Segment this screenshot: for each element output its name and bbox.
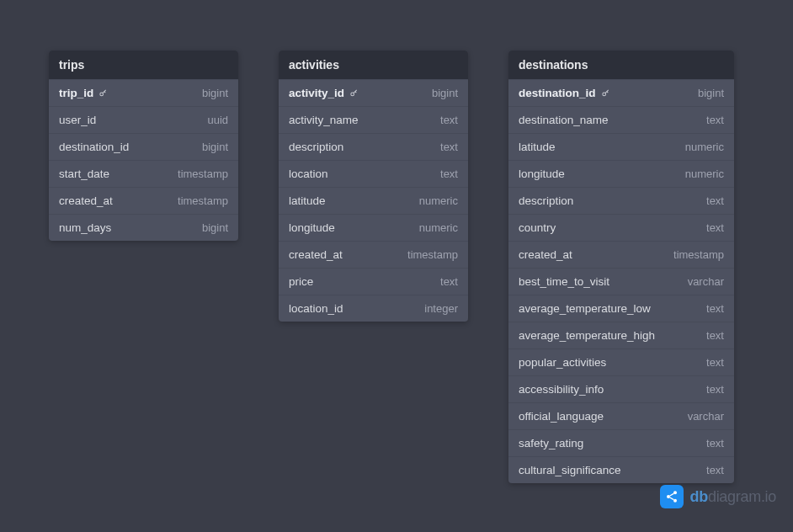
column-name: activity_name	[289, 114, 359, 126]
column-name: created_at	[59, 194, 113, 207]
column-type: text	[706, 302, 724, 315]
table-activities[interactable]: activitiesactivity_idbigintactivity_name…	[279, 51, 468, 322]
column-row[interactable]: descriptiontext	[508, 187, 734, 214]
column-row[interactable]: latitudenumeric	[279, 187, 468, 214]
column-row[interactable]: created_attimestamp	[279, 241, 468, 268]
column-row[interactable]: longitudenumeric	[508, 160, 734, 187]
column-name: user_id	[59, 114, 96, 126]
column-type: uuid	[207, 114, 228, 126]
column-name: destination_id	[519, 87, 610, 99]
column-type: text	[706, 437, 724, 450]
watermark-text: dbdiagram.io	[690, 488, 776, 506]
column-row[interactable]: latitudenumeric	[508, 133, 734, 160]
column-type: text	[440, 168, 458, 180]
watermark: dbdiagram.io	[660, 485, 776, 508]
column-row[interactable]: created_attimestamp	[49, 187, 238, 214]
column-type: bigint	[202, 141, 228, 153]
column-name: longitude	[289, 221, 335, 234]
column-name: created_at	[289, 248, 343, 261]
column-type: timestamp	[178, 194, 228, 207]
column-type: text	[706, 464, 724, 476]
column-type: numeric	[419, 221, 458, 234]
column-type: bigint	[432, 87, 458, 99]
column-type: timestamp	[673, 248, 724, 261]
column-name: destination_name	[519, 114, 609, 126]
column-row[interactable]: destination_nametext	[508, 106, 734, 133]
column-type: bigint	[202, 221, 228, 234]
column-type: text	[706, 194, 724, 207]
column-type: varchar	[688, 410, 724, 423]
column-name: country	[519, 221, 556, 234]
column-name: latitude	[519, 141, 556, 153]
column-type: bigint	[698, 87, 724, 99]
table-destinations[interactable]: destinationsdestination_idbigintdestinat…	[508, 51, 734, 483]
column-type: text	[440, 114, 458, 126]
column-name: accessibility_info	[519, 383, 604, 396]
column-row[interactable]: locationtext	[279, 160, 468, 187]
share-icon	[660, 485, 684, 508]
column-name: cultural_significance	[519, 464, 621, 476]
column-type: numeric	[685, 168, 724, 180]
column-name: start_date	[59, 168, 109, 180]
column-row[interactable]: user_iduuid	[49, 106, 238, 133]
column-type: integer	[424, 302, 458, 315]
column-name: price	[289, 275, 313, 288]
column-type: timestamp	[178, 168, 228, 180]
svg-point-0	[100, 93, 104, 96]
column-row[interactable]: destination_idbigint	[508, 79, 734, 106]
svg-point-3	[673, 491, 677, 494]
column-row[interactable]: popular_activitiestext	[508, 348, 734, 375]
column-row[interactable]: num_daysbigint	[49, 214, 238, 241]
column-row[interactable]: countrytext	[508, 214, 734, 241]
column-name: created_at	[519, 248, 572, 261]
column-row[interactable]: start_datetimestamp	[49, 160, 238, 187]
column-row[interactable]: trip_idbigint	[49, 79, 238, 106]
column-type: numeric	[685, 141, 724, 153]
column-name: location_id	[289, 302, 343, 315]
column-name: trip_id	[59, 87, 108, 99]
column-row[interactable]: accessibility_infotext	[508, 375, 734, 402]
column-row[interactable]: destination_idbigint	[49, 133, 238, 160]
column-name: popular_activities	[519, 356, 606, 369]
column-name: destination_id	[59, 141, 129, 153]
column-row[interactable]: descriptiontext	[279, 133, 468, 160]
table-trips[interactable]: tripstrip_idbigintuser_iduuiddestination…	[49, 51, 238, 241]
column-type: text	[706, 383, 724, 396]
column-type: bigint	[202, 87, 228, 99]
svg-point-4	[667, 495, 670, 498]
column-type: numeric	[419, 194, 458, 207]
table-title[interactable]: activities	[279, 51, 468, 79]
column-type: text	[706, 114, 724, 126]
column-name: description	[289, 141, 343, 153]
column-row[interactable]: official_languagevarchar	[508, 402, 734, 429]
column-name: average_temperature_high	[519, 329, 655, 342]
column-row[interactable]: cultural_significancetext	[508, 456, 734, 483]
column-type: text	[440, 275, 458, 288]
column-row[interactable]: best_time_to_visitvarchar	[508, 268, 734, 295]
column-row[interactable]: location_idinteger	[279, 295, 468, 322]
column-type: text	[706, 356, 724, 369]
column-name: activity_id	[289, 87, 359, 99]
column-name: longitude	[519, 168, 565, 180]
column-name: best_time_to_visit	[519, 275, 609, 288]
table-title[interactable]: destinations	[508, 51, 734, 79]
primary-key-icon	[601, 88, 610, 98]
column-row[interactable]: safety_ratingtext	[508, 429, 734, 456]
column-row[interactable]: pricetext	[279, 268, 468, 295]
column-row[interactable]: activity_nametext	[279, 106, 468, 133]
column-name: latitude	[289, 194, 326, 207]
column-row[interactable]: longitudenumeric	[279, 214, 468, 241]
column-name: num_days	[59, 221, 111, 234]
column-name: safety_rating	[519, 437, 583, 450]
diagram-canvas[interactable]: tripstrip_idbigintuser_iduuiddestination…	[0, 0, 793, 532]
column-row[interactable]: average_temperature_hightext	[508, 322, 734, 348]
column-type: text	[706, 329, 724, 342]
column-type: text	[706, 221, 724, 234]
column-name: official_language	[519, 410, 604, 423]
svg-point-5	[673, 499, 677, 503]
table-title[interactable]: trips	[49, 51, 238, 79]
column-row[interactable]: average_temperature_lowtext	[508, 295, 734, 322]
column-row[interactable]: created_attimestamp	[508, 241, 734, 268]
column-row[interactable]: activity_idbigint	[279, 79, 468, 106]
column-type: timestamp	[407, 248, 458, 261]
